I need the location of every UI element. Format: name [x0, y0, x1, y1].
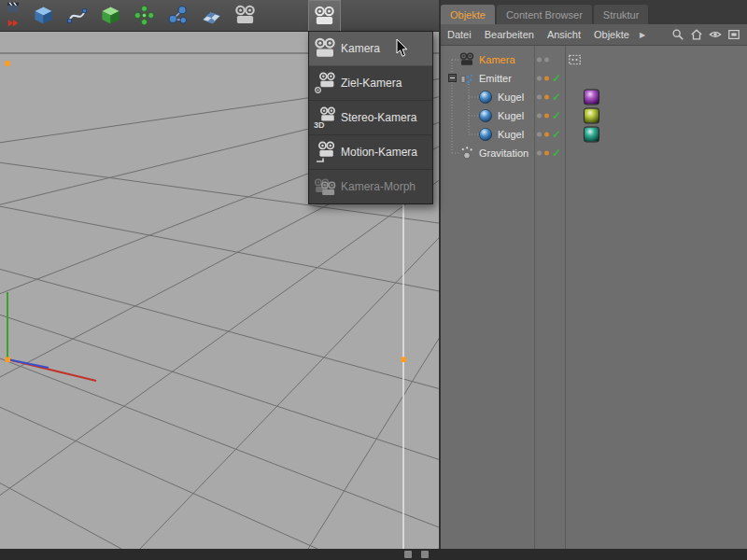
enabled-check[interactable]: ✓ — [552, 128, 561, 141]
enabled-check[interactable]: ✓ — [552, 109, 561, 122]
object-row-kugel-1[interactable]: Kugel ✓ — [441, 88, 747, 106]
menu-item-label: Kamera — [341, 42, 380, 55]
motion-camera-icon — [309, 141, 341, 163]
array-icon — [134, 5, 155, 26]
render-arrows-icon[interactable] — [7, 17, 20, 30]
spline-pen-icon — [66, 5, 88, 26]
object-label: Kamera — [479, 54, 515, 65]
emitter-icon — [459, 71, 474, 86]
panel-tabbar: Objekte Content Browser Struktur — [441, 0, 747, 24]
object-tree: Kamera Emitter ✓ Kugel ✓ — [441, 46, 747, 549]
menu-item-kamera-morph[interactable]: Kamera-Morph — [309, 170, 432, 203]
sphere-icon — [478, 108, 493, 123]
tab-objekte[interactable]: Objekte — [441, 5, 495, 24]
menu-overflow-arrow[interactable]: ▶ — [640, 31, 645, 39]
panel-menu-icons — [671, 28, 747, 41]
menu-item-motion-kamera[interactable]: Motion-Kamera — [309, 135, 432, 170]
visibility-dots[interactable] — [537, 58, 549, 63]
svg-text:3D: 3D — [314, 120, 325, 129]
enabled-check[interactable]: ✓ — [552, 91, 561, 104]
stage-camera-button[interactable] — [230, 1, 261, 30]
camera-icon — [309, 37, 341, 60]
camera-morph-icon — [309, 175, 341, 198]
material-thumbnail[interactable] — [584, 127, 599, 143]
timeline-icon[interactable] — [404, 551, 412, 558]
material-thumbnail[interactable] — [584, 108, 599, 124]
object-label: Kugel — [498, 129, 524, 140]
material-thumbnail[interactable] — [584, 90, 599, 105]
visibility-dots[interactable] — [537, 133, 549, 137]
mouse-cursor — [396, 39, 409, 58]
object-manager-panel: Objekte Content Browser Struktur Datei B… — [439, 0, 747, 549]
object-row-gravitation[interactable]: Gravitation ✓ — [441, 144, 747, 162]
sphere-icon — [478, 127, 493, 142]
menu-datei[interactable]: Datei — [441, 29, 478, 40]
generator-button[interactable] — [95, 1, 126, 30]
stereo-camera-icon: 3D — [309, 106, 341, 129]
filter-box-icon[interactable] — [727, 28, 740, 41]
object-label: Kugel — [498, 110, 524, 121]
object-row-emitter[interactable]: Emitter ✓ — [441, 69, 747, 88]
tab-struktur[interactable]: Struktur — [594, 5, 649, 24]
visibility-dots[interactable] — [537, 77, 549, 81]
tab-content-browser[interactable]: Content Browser — [497, 5, 592, 24]
subdivision-cube-icon — [100, 5, 121, 26]
active-camera-toggle-icon[interactable] — [569, 55, 581, 65]
object-label: Emitter — [479, 73, 512, 84]
top-handle[interactable] — [5, 61, 10, 66]
visibility-dots[interactable] — [537, 114, 549, 119]
sphere-icon — [478, 90, 493, 105]
eye-icon[interactable] — [709, 28, 722, 41]
menu-item-kamera[interactable]: Kamera — [309, 32, 432, 66]
enabled-check[interactable]: ✓ — [552, 72, 561, 85]
origin-handle — [6, 357, 11, 363]
home-icon[interactable] — [690, 28, 703, 41]
object-handle[interactable] — [402, 357, 407, 363]
menu-item-label: Stereo-Kamera — [341, 111, 416, 124]
main-toolbar — [0, 0, 439, 32]
toolbar-render-group — [1, 0, 25, 31]
object-label: Gravitation — [479, 147, 529, 159]
object-row-kamera[interactable]: Kamera — [441, 50, 747, 69]
floor-plane-icon — [201, 5, 222, 26]
camera-dropdown-menu: Kamera Ziel-Kamera 3D Stereo-Kamera Moti… — [308, 31, 433, 204]
atom-array-icon — [167, 5, 189, 26]
menu-objekte[interactable]: Objekte — [587, 29, 636, 40]
target-camera-icon — [309, 72, 341, 94]
atom-array-button[interactable] — [162, 1, 193, 30]
timeline-bar — [0, 549, 747, 560]
object-row-kugel-3[interactable]: Kugel ✓ — [441, 125, 747, 144]
cube-icon — [33, 5, 54, 26]
object-label: Kugel — [498, 91, 524, 103]
stage-camera-icon — [234, 5, 256, 26]
visibility-dots[interactable] — [537, 151, 549, 156]
menu-item-label: Kamera-Morph — [341, 180, 416, 193]
menu-item-label: Motion-Kamera — [341, 146, 417, 159]
enabled-check[interactable]: ✓ — [552, 147, 561, 160]
visibility-dots[interactable] — [537, 95, 549, 100]
timeline-icon[interactable] — [421, 551, 429, 558]
object-row-kugel-2[interactable]: Kugel ✓ — [441, 106, 747, 125]
menu-item-label: Ziel-Kamera — [341, 77, 402, 90]
camera-icon — [459, 52, 474, 67]
menu-item-stereo-kamera[interactable]: 3D Stereo-Kamera — [309, 101, 432, 135]
gravitation-icon — [459, 146, 474, 161]
camera-icon — [314, 6, 335, 27]
menu-bearbeiten[interactable]: Bearbeiten — [478, 29, 541, 40]
add-cube-button[interactable] — [28, 1, 59, 30]
app-window: Kamera Ziel-Kamera 3D Stereo-Kamera Moti… — [0, 0, 747, 560]
spline-button[interactable] — [62, 1, 92, 30]
camera-tools-button[interactable] — [308, 0, 341, 31]
film-clapper-icon[interactable] — [7, 1, 20, 14]
array-button[interactable] — [129, 1, 160, 30]
menu-item-ziel-kamera[interactable]: Ziel-Kamera — [309, 66, 432, 101]
panel-menubar: Datei Bearbeiten Ansicht Objekte ▶ — [441, 24, 747, 46]
search-icon[interactable] — [671, 28, 684, 41]
menu-ansicht[interactable]: Ansicht — [541, 29, 587, 40]
floor-button[interactable] — [196, 1, 227, 30]
